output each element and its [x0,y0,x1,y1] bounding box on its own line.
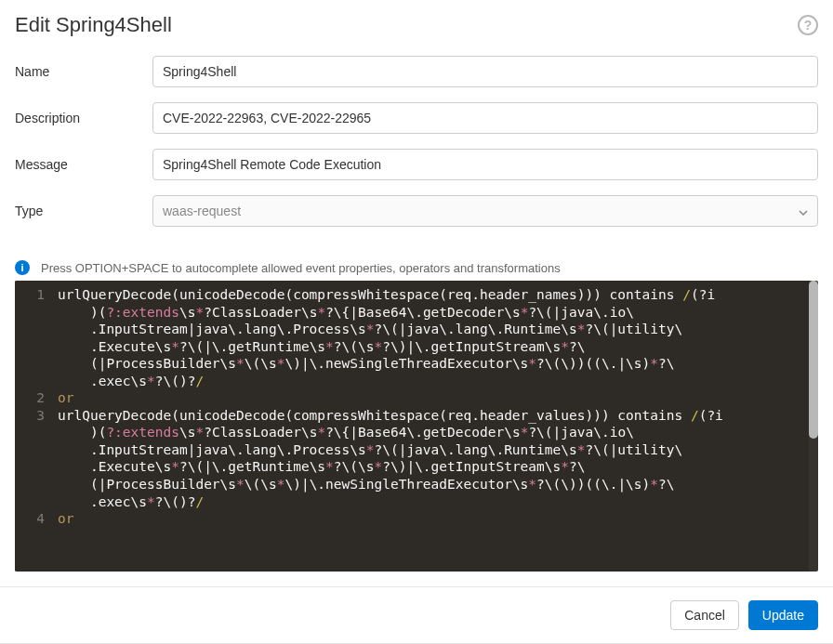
code-line[interactable]: or [58,510,814,528]
code-line[interactable]: .InputStream|java\.lang\.Process\s*?\(|j… [58,321,814,338]
code-line[interactable]: .Execute\s*?\(|\.getRuntime\s*?\(\s*?\)|… [58,458,814,476]
code-line[interactable]: .InputStream|java\.lang\.Process\s*?\(|j… [58,441,814,459]
info-icon: i [15,260,30,275]
line-number: 1 [20,286,45,304]
line-number [20,338,45,356]
form-row-description: Description [15,102,818,134]
code-line[interactable]: )(?:extends\s*?ClassLoader\s*?\{|Base64\… [58,424,814,441]
message-label: Message [15,157,152,172]
code-line[interactable]: (|ProcessBuilder\s*\(\s*\)|\.newSingleTh… [58,355,814,373]
line-number [20,441,45,459]
editor-scrollbar[interactable] [809,281,818,572]
code-line[interactable]: )(?:extends\s*?ClassLoader\s*?\{|Base64\… [58,304,814,322]
line-number [20,493,45,511]
name-label: Name [15,64,152,79]
type-label: Type [15,204,152,218]
line-number: 3 [20,407,45,425]
editor-content[interactable]: urlQueryDecode(unicodeDecode(compressWhi… [54,281,818,572]
modal-header: Edit Spring4Shell ? [0,0,833,56]
type-select[interactable]: waas-request [152,195,818,227]
line-number [20,304,45,322]
cancel-button[interactable]: Cancel [670,600,739,630]
line-number [20,321,45,338]
line-number: 4 [20,510,45,528]
editor-gutter: 1 23 4 [15,281,54,572]
modal-body: Name Description Message Type waas-reque… [0,56,833,586]
message-input[interactable] [152,149,818,180]
line-number [20,476,45,493]
line-number [20,373,45,390]
code-line[interactable]: (|ProcessBuilder\s*\(\s*\)|\.newSingleTh… [58,476,814,493]
rule-code-editor[interactable]: 1 23 4 urlQueryDecode(unicodeDecode(comp… [15,281,818,572]
chevron-down-icon [799,204,808,218]
form-row-type: Type waas-request [15,195,818,227]
form-row-name: Name [15,56,818,87]
hint-row: i Press OPTION+SPACE to autocomplete all… [15,260,818,275]
modal-footer: Cancel Update [0,586,833,644]
code-line[interactable]: or [58,389,814,407]
code-line[interactable]: .exec\s*?\()?/ [58,493,814,511]
edit-rule-modal: Edit Spring4Shell ? Name Description Mes… [0,0,833,644]
line-number [20,355,45,373]
modal-title: Edit Spring4Shell [15,13,172,37]
form-row-message: Message [15,149,818,180]
line-number: 2 [20,389,45,407]
code-line[interactable]: urlQueryDecode(unicodeDecode(compressWhi… [58,407,814,425]
type-select-value: waas-request [163,204,241,218]
help-icon[interactable]: ? [798,15,818,35]
code-line[interactable]: urlQueryDecode(unicodeDecode(compressWhi… [58,286,814,304]
line-number [20,424,45,441]
name-input[interactable] [152,56,818,87]
hint-text: Press OPTION+SPACE to autocomplete allow… [41,261,561,275]
code-line[interactable]: .exec\s*?\()?/ [58,373,814,390]
update-button[interactable]: Update [748,600,818,630]
editor-scrollbar-thumb[interactable] [809,281,818,439]
line-number [20,458,45,476]
code-line[interactable]: .Execute\s*?\(|\.getRuntime\s*?\(\s*?\)|… [58,338,814,356]
description-input[interactable] [152,102,818,134]
description-label: Description [15,111,152,125]
